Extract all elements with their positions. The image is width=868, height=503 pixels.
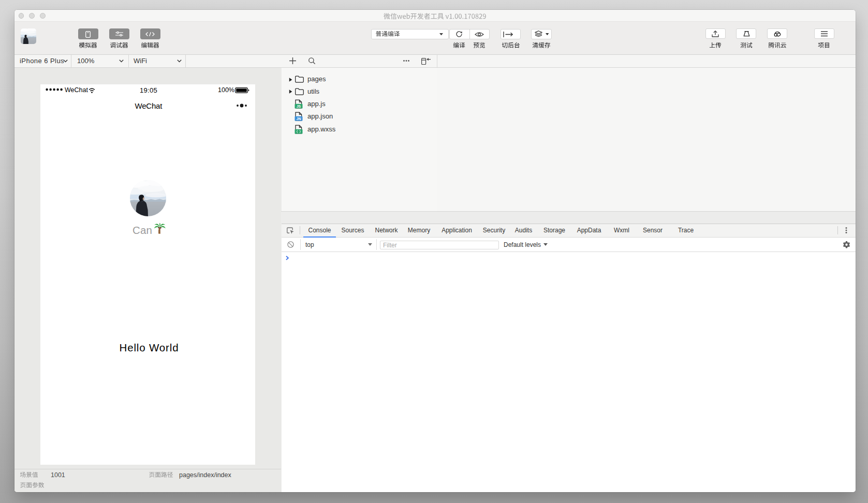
svg-text:JN: JN bbox=[297, 117, 301, 121]
svg-text:JS: JS bbox=[297, 104, 301, 108]
